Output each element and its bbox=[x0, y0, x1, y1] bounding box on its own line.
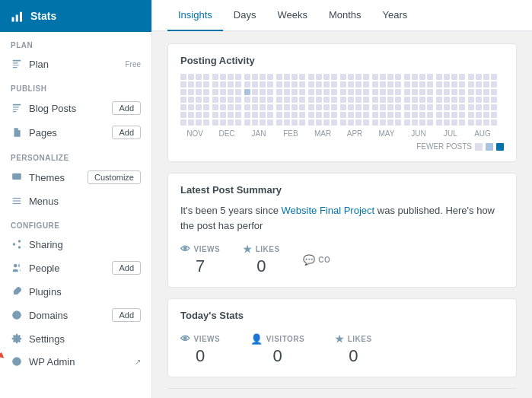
plan-badge: Free bbox=[125, 60, 141, 68]
post-stats-row: 👁 VIEWS 7 ★ LIKES 0 💬 CO bbox=[180, 244, 504, 276]
section-label-personalize: Personalize bbox=[0, 145, 151, 165]
month-apr: APR bbox=[340, 74, 369, 138]
tab-insights[interactable]: Insights bbox=[167, 0, 223, 31]
domains-add-button[interactable]: Add bbox=[112, 308, 141, 322]
post-comments-stat: 💬 CO bbox=[303, 254, 331, 266]
wp-admin-icon bbox=[11, 355, 23, 368]
sidebar-item-wp-admin[interactable]: WP Admin ↗ bbox=[0, 350, 151, 373]
blog-posts-label: Blog Posts bbox=[29, 103, 76, 114]
month-jul: JUL bbox=[436, 74, 465, 138]
today-visitors-value: 0 bbox=[273, 346, 282, 366]
settings-label: Settings bbox=[29, 333, 65, 345]
svg-rect-3 bbox=[13, 60, 21, 62]
sidebar-item-themes[interactable]: Themes Customize bbox=[0, 165, 151, 189]
people-label: People bbox=[29, 263, 59, 274]
tab-days[interactable]: Days bbox=[223, 0, 267, 31]
tab-years[interactable]: Years bbox=[372, 0, 419, 31]
sidebar-item-plugins[interactable]: Plugins bbox=[0, 280, 151, 303]
sidebar-item-domains[interactable]: Domains Add bbox=[0, 303, 151, 327]
activity-legend: FEWER POSTS bbox=[180, 142, 504, 151]
today-star-icon: ★ bbox=[335, 333, 345, 345]
svg-rect-9 bbox=[13, 109, 18, 110]
sidebar-item-plan[interactable]: Plan Free bbox=[0, 53, 151, 75]
themes-customize-button[interactable]: Customize bbox=[88, 170, 141, 184]
svg-marker-22 bbox=[0, 351, 5, 359]
today-likes-stat: ★ LIKES 0 bbox=[335, 333, 371, 366]
svg-point-15 bbox=[18, 240, 21, 243]
pages-icon bbox=[11, 126, 23, 139]
section-label-publish: Publish bbox=[0, 75, 151, 96]
today-visitors-label: 👤 VISITORS bbox=[250, 333, 304, 345]
themes-label: Themes bbox=[29, 172, 65, 183]
latest-post-title: Latest Post Summary bbox=[180, 184, 504, 196]
sharing-icon bbox=[11, 238, 23, 250]
sharing-label: Sharing bbox=[29, 239, 63, 250]
sidebar-item-menus[interactable]: Menus bbox=[0, 189, 151, 212]
today-likes-label: ★ LIKES bbox=[335, 333, 371, 345]
svg-rect-12 bbox=[13, 198, 21, 199]
svg-point-17 bbox=[18, 246, 21, 249]
today-likes-value: 0 bbox=[349, 346, 358, 366]
month-jun: JUN bbox=[404, 74, 433, 138]
svg-rect-8 bbox=[13, 107, 19, 107]
sidebar-item-people[interactable]: People Add bbox=[0, 256, 151, 280]
svg-rect-11 bbox=[12, 174, 21, 180]
section-label-plan: Plan bbox=[0, 32, 151, 53]
post-summary-text: It's been 5 years since Website Final Pr… bbox=[180, 203, 504, 233]
svg-rect-14 bbox=[13, 203, 21, 204]
post-link[interactable]: Website Final Project bbox=[282, 205, 375, 216]
month-feb: FEB bbox=[276, 74, 305, 138]
month-aug: AUG bbox=[468, 74, 497, 138]
person-icon: 👤 bbox=[250, 333, 263, 345]
tab-weeks[interactable]: Weeks bbox=[266, 0, 318, 31]
month-nov: NOV bbox=[180, 74, 209, 138]
all-time-section: All-time posts, views, and visitors bbox=[167, 388, 517, 398]
pages-add-button[interactable]: Add bbox=[112, 126, 141, 139]
svg-rect-7 bbox=[13, 104, 21, 106]
star-icon: ★ bbox=[243, 244, 253, 255]
sidebar-item-blog-posts[interactable]: Blog Posts Add bbox=[0, 96, 151, 120]
plan-icon bbox=[11, 58, 23, 70]
post-text-prefix: It's been 5 years since bbox=[180, 205, 282, 216]
svg-point-16 bbox=[13, 243, 16, 246]
today-visitors-stat: 👤 VISITORS 0 bbox=[250, 333, 304, 366]
month-may: MAY bbox=[372, 74, 401, 138]
post-comments-label: 💬 CO bbox=[303, 254, 331, 266]
posting-activity-card: Posting Activity NOV bbox=[167, 43, 517, 162]
todays-stats-title: Today's Stats bbox=[180, 310, 504, 321]
legend-mid bbox=[486, 143, 493, 151]
sidebar-header: Stats bbox=[0, 0, 151, 32]
domains-icon bbox=[11, 309, 23, 321]
people-add-button[interactable]: Add bbox=[112, 261, 141, 275]
sidebar-title: Stats bbox=[30, 10, 56, 22]
post-views-stat: 👁 VIEWS 7 bbox=[180, 244, 220, 276]
svg-rect-6 bbox=[13, 67, 18, 68]
menus-icon bbox=[11, 195, 23, 207]
month-mar: MAR bbox=[308, 74, 337, 138]
legend-low bbox=[475, 143, 483, 151]
main-content: Insights Days Weeks Months Years Posting… bbox=[152, 0, 532, 398]
svg-rect-1 bbox=[16, 15, 18, 22]
menus-label: Menus bbox=[29, 196, 59, 207]
sidebar-item-settings[interactable]: Settings bbox=[0, 327, 151, 350]
sidebar: Stats Plan Plan Free Publish Blog Posts … bbox=[0, 0, 152, 398]
month-dec: DEC bbox=[212, 74, 241, 138]
latest-post-card: Latest Post Summary It's been 5 years si… bbox=[167, 173, 517, 288]
post-likes-value: 0 bbox=[256, 256, 266, 276]
svg-rect-0 bbox=[12, 18, 14, 22]
posting-activity-title: Posting Activity bbox=[180, 55, 504, 66]
sidebar-item-sharing[interactable]: Sharing bbox=[0, 233, 151, 256]
wp-admin-label: WP Admin bbox=[29, 356, 75, 368]
sidebar-item-pages[interactable]: Pages Add bbox=[0, 120, 151, 145]
tab-months[interactable]: Months bbox=[318, 0, 372, 31]
post-views-value: 7 bbox=[196, 256, 205, 276]
today-views-value: 0 bbox=[196, 346, 205, 366]
activity-grid: NOV DEC bbox=[180, 74, 504, 138]
month-jan: JAN bbox=[244, 74, 273, 138]
today-stats-row: 👁 VIEWS 0 👤 VISITORS 0 ★ LIKES bbox=[180, 329, 504, 366]
blog-posts-add-button[interactable]: Add bbox=[112, 101, 141, 115]
post-views-label: 👁 VIEWS bbox=[180, 244, 220, 255]
settings-icon bbox=[11, 333, 23, 345]
plugins-label: Plugins bbox=[29, 286, 62, 298]
section-label-configure: Configure bbox=[0, 212, 151, 233]
